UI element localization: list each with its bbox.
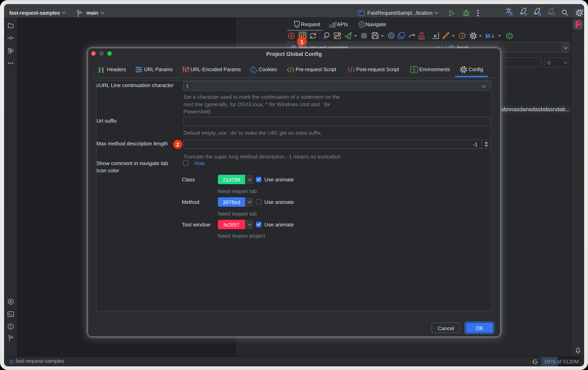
svg-text:A: A [508, 10, 513, 17]
